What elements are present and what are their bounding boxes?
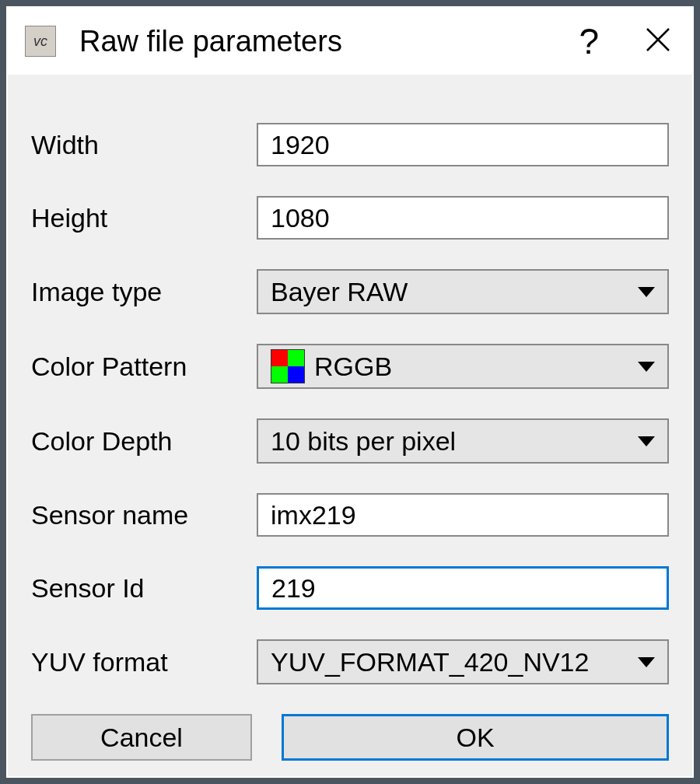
- yuv-format-value: YUV_FORMAT_420_NV12: [271, 647, 638, 677]
- field-row-image-type: Image type Bayer RAW: [31, 269, 669, 314]
- color-pattern-label: Color Pattern: [31, 352, 257, 382]
- image-type-select[interactable]: Bayer RAW: [257, 269, 669, 314]
- height-label: Height: [31, 203, 257, 233]
- yuv-format-label: YUV format: [31, 647, 257, 677]
- close-icon: [646, 27, 670, 52]
- color-depth-value: 10 bits per pixel: [271, 426, 638, 457]
- color-pattern-select[interactable]: RGGB: [257, 344, 669, 389]
- cancel-button[interactable]: Cancel: [31, 714, 252, 761]
- dialog-title: Raw file parameters: [79, 25, 579, 58]
- sensor-id-input[interactable]: [257, 566, 669, 610]
- help-button[interactable]: ?: [579, 20, 599, 62]
- field-row-sensor-id: Sensor Id: [31, 566, 669, 610]
- chevron-down-icon: [638, 362, 655, 372]
- sensor-name-label: Sensor name: [31, 500, 257, 530]
- button-row: Cancel OK: [31, 714, 669, 761]
- dialog-content: Width Height Image type Bayer RAW Color …: [8, 75, 692, 784]
- app-icon: vc: [25, 26, 56, 57]
- color-depth-select[interactable]: 10 bits per pixel: [257, 418, 669, 464]
- sensor-id-label: Sensor Id: [31, 573, 257, 604]
- titlebar: vc Raw file parameters ?: [8, 8, 692, 75]
- height-input[interactable]: [257, 196, 669, 240]
- image-type-label: Image type: [31, 277, 257, 307]
- close-button[interactable]: [646, 24, 670, 59]
- ok-button[interactable]: OK: [282, 714, 669, 761]
- chevron-down-icon: [638, 287, 655, 297]
- color-pattern-value: RGGB: [314, 352, 638, 382]
- chevron-down-icon: [638, 657, 655, 667]
- width-input[interactable]: [257, 123, 669, 166]
- raw-file-parameters-dialog: vc Raw file parameters ? Width Height Im…: [6, 6, 694, 778]
- sensor-name-input[interactable]: [257, 493, 669, 537]
- field-row-yuv-format: YUV format YUV_FORMAT_420_NV12: [31, 639, 669, 684]
- field-row-width: Width: [31, 123, 669, 166]
- color-depth-label: Color Depth: [31, 426, 257, 457]
- rggb-pattern-icon: [271, 349, 305, 383]
- field-row-color-depth: Color Depth 10 bits per pixel: [31, 418, 669, 464]
- width-label: Width: [31, 130, 257, 160]
- yuv-format-select[interactable]: YUV_FORMAT_420_NV12: [257, 639, 669, 684]
- image-type-value: Bayer RAW: [271, 277, 638, 307]
- field-row-sensor-name: Sensor name: [31, 493, 669, 537]
- field-row-height: Height: [31, 196, 669, 240]
- chevron-down-icon: [638, 436, 655, 446]
- field-row-color-pattern: Color Pattern RGGB: [31, 344, 669, 389]
